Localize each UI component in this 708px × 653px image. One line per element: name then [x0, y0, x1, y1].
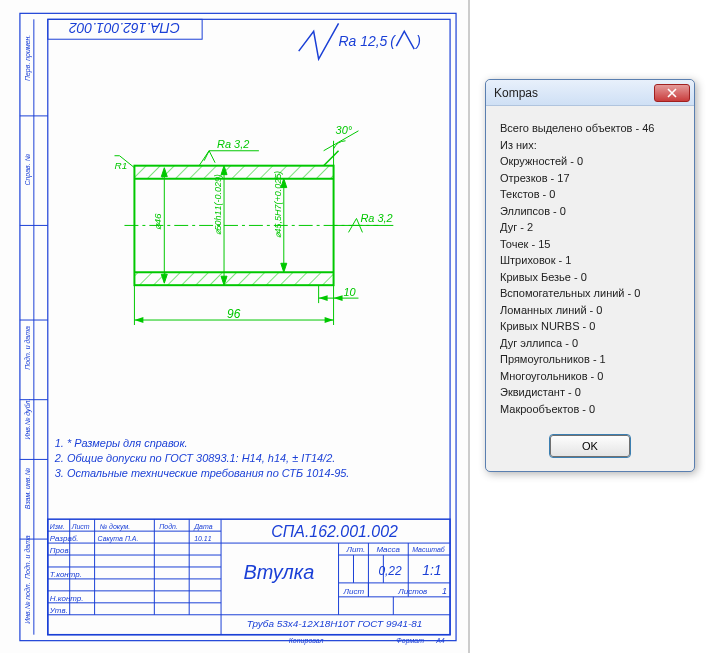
- note-2: 2. Общие допуски по ГОСТ 30893.1: H14, h…: [54, 452, 336, 464]
- mass: 0,22: [378, 564, 402, 578]
- ra-top: Ra 3,2: [217, 138, 249, 150]
- stat-row: Отрезков - 17: [500, 170, 680, 187]
- dim-d1: ⌀46: [152, 213, 163, 231]
- stat-row: Макрообъектов - 0: [500, 401, 680, 418]
- svg-text:Пров.: Пров.: [50, 546, 71, 555]
- stat-row: Текстов - 0: [500, 186, 680, 203]
- dim-bottom: 96: [227, 307, 241, 321]
- svg-marker-33: [325, 317, 334, 323]
- side-label: Перв. примен.: [24, 35, 32, 81]
- part-name: Втулка: [243, 561, 314, 583]
- svg-text:Т.контр.: Т.контр.: [50, 570, 82, 579]
- note-3: 3. Остальные технические требования по С…: [55, 467, 350, 479]
- scale: 1:1: [422, 562, 441, 578]
- stat-row: Многоугольников - 0: [500, 368, 680, 385]
- svg-text:Лист: Лист: [343, 587, 365, 596]
- stat-row: Кривых NURBS - 0: [500, 318, 680, 335]
- angle-dim: 30°: [336, 124, 353, 136]
- summary-total: Всего выделено объектов - 46: [500, 120, 680, 137]
- stat-row: Эквидистант - 0: [500, 384, 680, 401]
- svg-marker-27: [281, 263, 287, 272]
- dim-offset: 10: [344, 286, 356, 298]
- dialog-title-text: Kompas: [494, 86, 538, 100]
- svg-text:Копировал: Копировал: [289, 637, 324, 645]
- drawing-code: СПА.162.001.002: [271, 523, 398, 540]
- stat-row: Окружностей - 0: [500, 153, 680, 170]
- svg-text:): ): [414, 33, 421, 49]
- part-drawing-selected[interactable]: 30° Ra 3,2 Ra 3,2 R1 ⌀46 ⌀50h11(-0.029) …: [115, 124, 394, 325]
- stat-row: Прямоугольников - 1: [500, 351, 680, 368]
- svg-text:Масштаб: Масштаб: [412, 546, 446, 553]
- note-1: 1. * Размеры для справок.: [55, 437, 188, 449]
- dialog-body: Всего выделено объектов - 46 Из них: Окр…: [486, 106, 694, 427]
- code-mirror: СПА.162.001.002: [69, 20, 180, 36]
- svg-marker-36: [334, 295, 343, 301]
- stat-row: Штриховок - 1: [500, 252, 680, 269]
- svg-text:10.11: 10.11: [194, 535, 212, 542]
- dim-d3: ⌀45,5H7(+0.025): [273, 171, 283, 238]
- surface-symbol: Ra 12,5 ( ): [299, 23, 421, 59]
- svg-text:Формат: Формат: [396, 637, 424, 645]
- title-block: Изм. Лист № докум. Подп. Дата Разраб. Са…: [48, 519, 450, 644]
- dialog-titlebar[interactable]: Kompas: [486, 80, 694, 106]
- svg-text:А4: А4: [435, 637, 445, 644]
- stat-row: Кривых Безье - 0: [500, 269, 680, 286]
- stat-row: Точек - 15: [500, 236, 680, 253]
- svg-text:Утв.: Утв.: [49, 606, 68, 615]
- stat-row: Ломанных линий - 0: [500, 302, 680, 319]
- summary-sub: Из них:: [500, 137, 680, 154]
- surface-value: Ra 12,5: [339, 33, 388, 49]
- side-label: Инв.№ дубл.: [24, 399, 32, 440]
- svg-text:Разраб.: Разраб.: [50, 534, 79, 543]
- side-label: Справ. №: [24, 153, 32, 185]
- svg-marker-32: [134, 317, 143, 323]
- drawing-canvas[interactable]: Перв. примен. Справ. № Подп. и дата Инв.…: [0, 0, 470, 653]
- stat-row: Дуг - 2: [500, 219, 680, 236]
- svg-text:Н.контр.: Н.контр.: [50, 594, 84, 603]
- side-label: Подп. и дата: [24, 535, 31, 579]
- svg-text:Лист: Лист: [71, 523, 90, 530]
- svg-text:Подп.: Подп.: [159, 523, 178, 530]
- kompas-dialog: Kompas Всего выделено объектов - 46 Из н…: [485, 79, 695, 472]
- frame-inner: [48, 19, 450, 634]
- chamfer-r1: R1: [115, 160, 128, 171]
- svg-text:Масса: Масса: [376, 545, 400, 554]
- ok-button[interactable]: OK: [550, 435, 630, 457]
- svg-text:Сакута П.А.: Сакута П.А.: [98, 535, 139, 543]
- close-button[interactable]: [654, 84, 690, 102]
- stat-row: Вспомогательных линий - 0: [500, 285, 680, 302]
- side-label: Взам. инв.№: [24, 468, 31, 510]
- svg-text:1: 1: [442, 586, 447, 596]
- svg-line-16: [324, 151, 339, 166]
- svg-text:№ докум.: № докум.: [100, 523, 131, 531]
- svg-text:Дата: Дата: [193, 523, 213, 531]
- stat-row: Эллипсов - 0: [500, 203, 680, 220]
- side-label: Подп. и дата: [24, 326, 31, 370]
- svg-text:Листов: Листов: [397, 587, 427, 596]
- svg-marker-35: [319, 295, 328, 301]
- stat-row: Дуг эллипса - 0: [500, 335, 680, 352]
- svg-text:(: (: [390, 33, 396, 49]
- ra-right: Ra 3,2: [360, 212, 392, 224]
- svg-text:Лит.: Лит.: [346, 545, 366, 554]
- svg-text:Изм.: Изм.: [50, 523, 65, 530]
- dim-d2: ⌀50h11(-0.029): [213, 174, 223, 235]
- material: Труба 53x4-12Х18Н10Т ГОСТ 9941-81: [247, 618, 423, 629]
- close-icon: [667, 88, 677, 98]
- side-label: Инв.№ подл.: [24, 582, 31, 623]
